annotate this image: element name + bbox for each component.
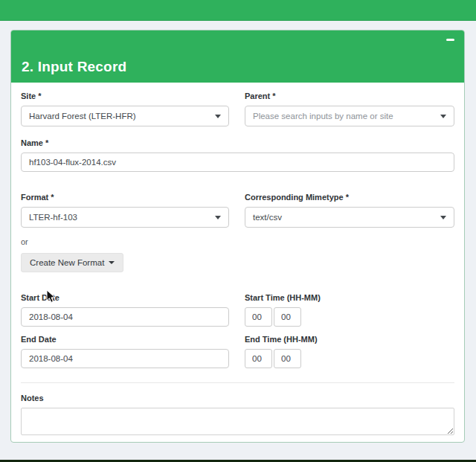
site-label: Site * <box>21 92 229 100</box>
section-divider <box>21 382 454 383</box>
input-record-panel: 2. Input Record Site * Harvard Forest (L… <box>10 30 465 443</box>
format-select-value: LTER-hf-103 <box>29 213 77 222</box>
mimetype-select[interactable]: text/csv <box>245 207 454 228</box>
page-title: 2. Input Record <box>22 59 126 75</box>
format-select[interactable]: LTER-hf-103 <box>21 207 229 228</box>
start-date-label: Start Date <box>21 293 229 302</box>
chevron-down-icon <box>440 115 446 118</box>
collapse-panel-button[interactable] <box>444 37 454 45</box>
start-time-mm-input[interactable] <box>274 307 301 327</box>
chevron-down-icon <box>440 216 446 219</box>
panel-body: Site * Harvard Forest (LTER-HFR) Parent … <box>11 83 464 443</box>
mimetype-select-value: text/csv <box>253 213 282 222</box>
top-navbar <box>0 0 476 21</box>
name-input[interactable] <box>21 153 454 172</box>
chevron-down-icon <box>215 216 221 219</box>
notes-label: Notes <box>21 394 454 402</box>
start-time-hh-input[interactable] <box>245 307 272 327</box>
site-select-value: Harvard Forest (LTER-HFR) <box>29 112 136 121</box>
minimize-icon <box>446 39 454 41</box>
mimetype-label: Corresponding Mimetype * <box>245 193 454 202</box>
panel-header: 2. Input Record <box>11 31 464 83</box>
end-time-hh-input[interactable] <box>245 349 272 368</box>
chevron-down-icon <box>215 115 221 118</box>
parent-label: Parent * <box>245 92 454 100</box>
name-label: Name * <box>21 138 454 147</box>
end-time-label: End Time (HH-MM) <box>245 335 454 344</box>
end-date-input[interactable] <box>21 349 229 368</box>
end-time-mm-input[interactable] <box>274 349 301 368</box>
dropdown-caret-icon <box>109 261 115 264</box>
start-time-label: Start Time (HH-MM) <box>245 293 454 302</box>
parent-select-placeholder: Please search inputs by name or site <box>253 112 393 121</box>
site-select[interactable]: Harvard Forest (LTER-HFR) <box>21 106 229 126</box>
start-date-input[interactable] <box>21 307 229 327</box>
create-new-format-button[interactable]: Create New Format <box>21 253 123 272</box>
create-new-format-label: Create New Format <box>30 258 104 267</box>
format-label: Format * <box>21 193 229 202</box>
end-date-label: End Date <box>21 335 229 344</box>
or-text: or <box>21 237 454 246</box>
parent-select[interactable]: Please search inputs by name or site <box>245 106 454 126</box>
notes-textarea[interactable] <box>21 408 454 435</box>
